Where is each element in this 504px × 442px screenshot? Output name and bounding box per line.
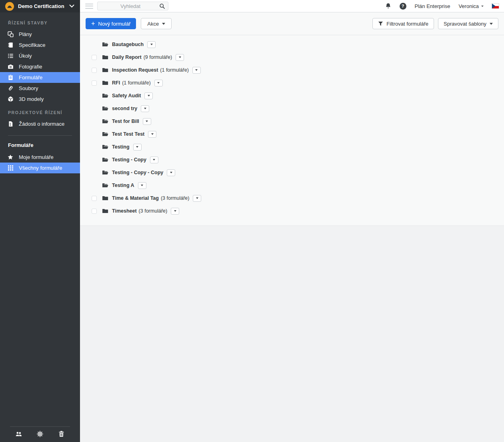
folder-name[interactable]: Testing [112, 144, 130, 150]
search-input[interactable] [102, 3, 159, 9]
folder-name[interactable]: RFI [112, 80, 120, 86]
sidebar-item-vsechny-formulare[interactable]: Všechny formuláře [0, 163, 80, 173]
sidebar-item-3d-modely[interactable]: 3D modely [0, 94, 80, 104]
models-icon [7, 96, 14, 102]
gear-icon[interactable] [36, 430, 44, 438]
sidebar-section-title: ŘÍZENÍ STAVBY [0, 15, 80, 29]
folder-name[interactable]: Testing - Copy [112, 157, 146, 163]
folder-row-test-for-bill: Test for Bill [80, 115, 504, 128]
sidebar-item-ukoly[interactable]: Úkoly [0, 50, 80, 61]
folder-name[interactable]: Timesheet [112, 208, 137, 214]
folder-name[interactable]: Safety Audit [112, 93, 141, 98]
folder-menu-button[interactable] [143, 118, 151, 125]
caret-down-icon [170, 172, 172, 175]
folder-open-icon [102, 131, 108, 137]
star-icon [7, 154, 14, 161]
topbar: ? Plán Enterprise Veronica [80, 0, 504, 12]
sidebar-item-formulare[interactable]: Formuláře [0, 72, 80, 83]
chevron-down-icon [69, 4, 74, 8]
user-menu[interactable]: Veronica [458, 3, 484, 9]
folder-count: (3 formuláře) [161, 195, 190, 201]
user-name: Veronica [458, 3, 479, 9]
folder-name[interactable]: Bautagebuch [112, 42, 144, 47]
folder-row-daily-report: Daily Report (9 formuláře) [80, 51, 504, 64]
folder-row-inspection-request: Inspection Request (1 formuláře) [80, 64, 504, 76]
people-icon[interactable] [15, 430, 22, 438]
caret-down-icon [162, 23, 165, 26]
folder-closed-icon [102, 54, 108, 60]
sidebar-section-title: PROJEKTOVÉ ŘÍZENÍ [0, 104, 80, 119]
trash-icon[interactable] [58, 430, 65, 438]
folder-closed-icon [102, 67, 108, 73]
filter-forms-button[interactable]: Filtrovat formuláře [372, 18, 434, 29]
specifications-icon [7, 42, 14, 48]
folder-open-icon [102, 182, 108, 189]
sidebar-item-specifikace[interactable]: Specifikace [0, 40, 80, 50]
folder-name[interactable]: Daily Report [112, 54, 142, 60]
folder-row-timesheet: Timesheet (3 formuláře) [80, 205, 504, 217]
help-icon[interactable]: ? [400, 3, 406, 10]
sidebar-item-moje-formulare[interactable]: Moje formuláře [0, 152, 80, 163]
caret-down-icon [174, 210, 176, 213]
folder-name[interactable]: Testing - Copy - Copy [112, 170, 163, 175]
folder-open-icon [102, 157, 108, 163]
folder-open-icon [102, 118, 108, 125]
folder-name[interactable]: Test for Bill [112, 119, 139, 124]
notifications-bell-icon[interactable] [385, 3, 391, 9]
forms-icon [7, 74, 14, 81]
folder-menu-button[interactable] [171, 208, 179, 215]
project-selector[interactable]: Demo Certification [0, 0, 80, 12]
folder-menu-button[interactable] [138, 182, 146, 189]
language-flag-icon[interactable] [492, 4, 499, 8]
folder-menu-button[interactable] [154, 80, 163, 86]
folder-checkbox[interactable] [92, 196, 97, 201]
folder-checkbox[interactable] [92, 209, 97, 214]
folder-menu-button[interactable] [192, 67, 201, 74]
hamburger-menu-icon[interactable] [85, 4, 93, 9]
folder-checkbox[interactable] [92, 68, 97, 73]
folder-open-icon [102, 92, 108, 99]
caret-down-icon [148, 95, 150, 98]
folder-menu-button[interactable] [147, 41, 156, 48]
new-form-button[interactable]: + Nový formulář [86, 18, 136, 29]
folder-name[interactable]: Testing A [112, 183, 134, 188]
search-box [97, 2, 168, 10]
sidebar-item-fotografie[interactable]: Fotografie [0, 61, 80, 72]
folder-name[interactable]: second try [112, 106, 137, 111]
caret-down-icon [481, 6, 484, 8]
actions-dropdown-button[interactable]: Akce [141, 18, 172, 29]
folder-menu-button[interactable] [133, 144, 142, 151]
folder-menu-button[interactable] [167, 169, 175, 176]
folder-menu-button[interactable] [193, 195, 201, 202]
manage-templates-dropdown-button[interactable]: Spravovat šablony [438, 18, 498, 29]
folder-count: (1 formuláře) [122, 80, 151, 86]
plan-enterprise-link[interactable]: Plán Enterprise [415, 3, 450, 9]
folder-menu-button[interactable] [148, 131, 156, 138]
sidebar-item-plany[interactable]: Plány [0, 29, 80, 40]
sidebar-forms-group-title: Formuláře [0, 136, 80, 152]
files-icon [7, 85, 14, 92]
sidebar-item-soubory[interactable]: Soubory [0, 83, 80, 94]
filter-icon [378, 21, 383, 26]
caret-down-icon [179, 56, 181, 59]
folder-name[interactable]: Test Test Test [112, 131, 144, 137]
folder-menu-button[interactable] [150, 157, 158, 163]
folder-menu-button[interactable] [144, 92, 153, 99]
search-icon[interactable] [159, 3, 165, 9]
grid-icon [7, 165, 14, 171]
caret-down-icon [150, 44, 153, 46]
sidebar-item-zadosti-o-informace[interactable]: Žádosti o informace [0, 119, 80, 129]
folder-menu-button[interactable] [141, 105, 149, 112]
folder-name[interactable]: Inspection Request [112, 67, 158, 73]
folder-menu-button[interactable] [176, 54, 184, 61]
caret-down-icon [141, 185, 143, 187]
folder-name[interactable]: Time & Material Tag [112, 195, 159, 201]
photos-icon [7, 64, 14, 70]
folder-count: (3 formuláře) [139, 208, 168, 214]
folder-checkbox[interactable] [92, 55, 97, 60]
folder-checkbox[interactable] [92, 80, 97, 86]
tasks-icon [7, 53, 14, 59]
rfi-icon [7, 121, 14, 127]
sidebar: Demo Certification ŘÍZENÍ STAVBY Plány S… [0, 0, 80, 442]
folder-count: (1 formuláře) [160, 67, 189, 73]
